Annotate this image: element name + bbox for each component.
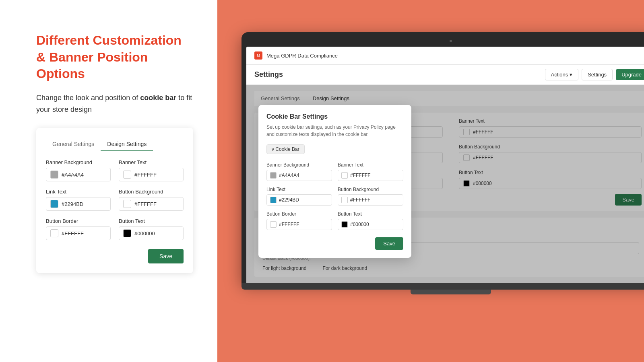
modal-banner-text-swatch <box>341 172 348 179</box>
laptop-base <box>242 283 644 290</box>
app-icon: M <box>254 51 262 60</box>
banner-text-input[interactable]: #FFFFFF <box>119 168 184 181</box>
modal-description: Set up cookie bar settings, such as your… <box>266 123 403 138</box>
btn-border-input[interactable]: #FFFFFF <box>46 226 111 240</box>
chevron-down-icon: ▾ <box>570 72 572 78</box>
modal-field-group-2: Link Text #2294BD Button Background <box>266 187 403 206</box>
modal-btn-bg-input[interactable]: #FFFFFF <box>338 194 403 206</box>
description: Change the look and position of cookie b… <box>36 92 193 115</box>
modal-field-banner-text: Banner Text #FFFFFF <box>338 162 403 181</box>
btn-bg-swatch <box>123 200 131 208</box>
modal-btn-border-label: Button Border <box>266 211 332 217</box>
modal-btn-text-swatch <box>341 221 348 228</box>
link-text-swatch <box>50 200 58 208</box>
app-header: M Mega GDPR Data Compliance <box>246 47 644 65</box>
modal-box: Cookie Bar Settings Set up cookie bar se… <box>258 105 411 258</box>
field-btn-border: Button Border #FFFFFF <box>46 218 111 240</box>
btn-border-label: Button Border <box>46 218 111 224</box>
btn-bg-value: #FFFFFF <box>134 201 157 207</box>
field-btn-bg: Button Background #FFFFFF <box>119 189 184 211</box>
headline: Different Customization & Banner Positio… <box>36 32 193 82</box>
banner-bg-swatch <box>50 171 58 179</box>
modal-preview-btn[interactable]: v Cookie Bar <box>266 144 305 154</box>
laptop-stand <box>411 290 491 294</box>
banner-bg-value: #A4A4A4 <box>62 172 84 178</box>
modal-link-text-input[interactable]: #2294BD <box>266 194 332 206</box>
laptop-screen: M Mega GDPR Data Compliance Settings Act… <box>246 47 644 283</box>
link-text-input[interactable]: #2294BD <box>46 197 111 211</box>
modal-banner-bg-input[interactable]: #A4A4A4 <box>266 170 332 181</box>
modal-link-text-swatch <box>270 197 277 203</box>
btn-text-input[interactable]: #000000 <box>119 226 184 240</box>
app-title: Mega GDPR Data Compliance <box>266 53 338 59</box>
field-group-2: Link Text #2294BD Button Background #FFF… <box>46 189 184 211</box>
banner-text-value: #FFFFFF <box>134 172 157 178</box>
modal-banner-text-label: Banner Text <box>338 162 403 168</box>
modal-btn-text-input[interactable]: #000000 <box>338 219 403 230</box>
laptop-wrapper: M Mega GDPR Data Compliance Settings Act… <box>242 32 644 362</box>
modal-btn-text-label: Button Text <box>338 211 403 217</box>
laptop-outer: M Mega GDPR Data Compliance Settings Act… <box>242 32 644 283</box>
laptop-camera <box>450 40 452 42</box>
field-banner-bg: Banner Background #A4A4A4 <box>46 159 111 181</box>
modal-btn-bg-label: Button Background <box>338 187 403 192</box>
modal-field-group-1: Banner Background #A4A4A4 Banner Text <box>266 162 403 181</box>
field-link-text: Link Text #2294BD <box>46 189 111 211</box>
modal-link-text-label: Link Text <box>266 187 332 192</box>
settings-button[interactable]: Settings <box>582 69 613 80</box>
modal-field-group-3: Button Border #FFFFFF Button Text <box>266 211 403 230</box>
modal-btn-border-input[interactable]: #FFFFFF <box>266 219 332 230</box>
modal-title: Cookie Bar Settings <box>266 113 403 120</box>
right-panel: M Mega GDPR Data Compliance Settings Act… <box>217 0 644 362</box>
modal-banner-bg-swatch <box>270 172 277 179</box>
banner-bg-input[interactable]: #A4A4A4 <box>46 168 111 181</box>
banner-bg-label: Banner Background <box>46 159 111 165</box>
laptop-camera-bar <box>246 37 644 45</box>
modal-field-btn-bg: Button Background #FFFFFF <box>338 187 403 206</box>
modal-banner-text-input[interactable]: #FFFFFF <box>338 170 403 181</box>
banner-text-swatch <box>123 171 131 179</box>
svg-text:M: M <box>257 53 260 58</box>
left-panel: Different Customization & Banner Positio… <box>0 0 217 362</box>
modal-banner-bg-label: Banner Background <box>266 162 332 168</box>
btn-text-label: Button Text <box>119 218 184 224</box>
tab-general[interactable]: General Settings <box>46 138 101 151</box>
header-actions: Actions ▾ Settings Upgrade <box>545 69 644 80</box>
modal-field-banner-bg: Banner Background #A4A4A4 <box>266 162 332 181</box>
modal-save-row: Save <box>266 236 403 250</box>
modal-field-link-text: Link Text #2294BD <box>266 187 332 206</box>
field-banner-text: Banner Text #FFFFFF <box>119 159 184 181</box>
btn-bg-label: Button Background <box>119 189 184 195</box>
modal-btn-bg-swatch <box>341 197 348 203</box>
btn-text-value: #000000 <box>134 230 155 237</box>
btn-border-value: #FFFFFF <box>62 230 84 237</box>
btn-text-swatch <box>123 229 131 237</box>
modal-btn-border-swatch <box>270 221 277 228</box>
modal-field-btn-text: Button Text #000000 <box>338 211 403 230</box>
banner-text-label: Banner Text <box>119 159 184 165</box>
field-group-1: Banner Background #A4A4A4 Banner Text #F… <box>46 159 184 181</box>
app-body: General Settings Design Settings Banner … <box>246 85 644 283</box>
settings-tabs: General Settings Design Settings <box>46 138 184 151</box>
link-text-value: #2294BD <box>62 201 83 207</box>
upgrade-button[interactable]: Upgrade <box>616 69 644 80</box>
page-title: Settings <box>254 70 283 79</box>
page-header: Settings Actions ▾ Settings Upgrade <box>246 65 644 85</box>
btn-border-swatch <box>50 229 58 237</box>
link-text-label: Link Text <box>46 189 111 195</box>
settings-card: General Settings Design Settings Banner … <box>36 128 193 273</box>
save-row: Save <box>46 247 184 263</box>
field-btn-text: Button Text #000000 <box>119 218 184 240</box>
actions-button[interactable]: Actions ▾ <box>545 69 579 80</box>
tab-design[interactable]: Design Settings <box>101 138 153 151</box>
save-button[interactable]: Save <box>148 249 184 263</box>
modal-field-btn-border: Button Border #FFFFFF <box>266 211 332 230</box>
field-group-3: Button Border #FFFFFF Button Text #00000… <box>46 218 184 240</box>
btn-bg-input[interactable]: #FFFFFF <box>119 197 184 211</box>
modal-save-button[interactable]: Save <box>375 237 403 250</box>
